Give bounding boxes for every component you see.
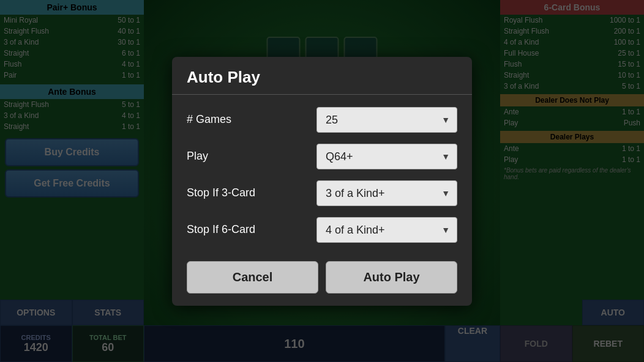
modal-overlay: Auto Play # Games 5102550100200 ▼ Play Q… <box>0 0 644 362</box>
stop3-select[interactable]: Never3 of a Kind+Straight+Flush+Full Hou… <box>316 180 457 206</box>
games-select-wrapper: 5102550100200 ▼ <box>316 107 457 133</box>
autoplay-modal: Auto Play # Games 5102550100200 ▼ Play Q… <box>172 57 472 306</box>
stop6-select-wrapper: Never3 of a Kind+Straight+Flush+4 of a K… <box>316 217 457 243</box>
stop6-label: Stop If 6-Card <box>187 223 255 236</box>
modal-footer: Cancel Auto Play <box>172 255 472 294</box>
play-select-wrapper: Q64+AlwaysNever ▼ <box>316 144 457 169</box>
play-row: Play Q64+AlwaysNever ▼ <box>187 144 457 169</box>
cancel-button[interactable]: Cancel <box>187 261 318 294</box>
games-label: # Games <box>187 113 231 126</box>
stop3-row: Stop If 3-Card Never3 of a Kind+Straight… <box>187 180 457 206</box>
play-label: Play <box>187 150 208 163</box>
autoplay-confirm-button[interactable]: Auto Play <box>326 261 457 294</box>
modal-title: Auto Play <box>172 57 472 95</box>
games-select[interactable]: 5102550100200 <box>316 107 457 133</box>
modal-body: # Games 5102550100200 ▼ Play Q64+AlwaysN… <box>172 95 472 255</box>
games-row: # Games 5102550100200 ▼ <box>187 107 457 133</box>
stop3-label: Stop If 3-Card <box>187 187 255 199</box>
play-select[interactable]: Q64+AlwaysNever <box>316 144 457 169</box>
stop6-row: Stop If 6-Card Never3 of a Kind+Straight… <box>187 217 457 243</box>
stop3-select-wrapper: Never3 of a Kind+Straight+Flush+Full Hou… <box>316 180 457 206</box>
stop6-select[interactable]: Never3 of a Kind+Straight+Flush+4 of a K… <box>316 217 457 243</box>
